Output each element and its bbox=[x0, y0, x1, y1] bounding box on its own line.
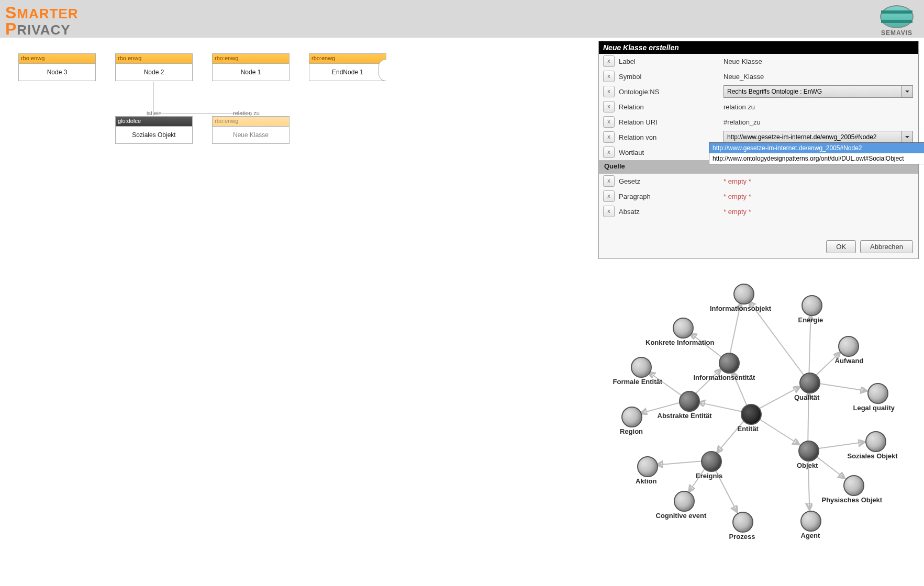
clear-field-button[interactable]: x bbox=[603, 116, 615, 128]
graph-node-label: Soziales Objekt bbox=[848, 452, 898, 460]
node-label: Node 2 bbox=[116, 64, 192, 81]
ontology-graph[interactable]: EntitätAbstrakte EntitätInformationsenti… bbox=[594, 267, 919, 581]
graph-node-ball-icon bbox=[679, 391, 700, 412]
field-value[interactable]: Neue_Klasse bbox=[723, 73, 918, 81]
source-row-absatz: xAbsatz* empty * bbox=[599, 204, 918, 219]
graph-node-ball-icon bbox=[865, 431, 886, 452]
graph-node-ball-icon bbox=[673, 318, 694, 339]
graph-node-ball-icon bbox=[798, 441, 819, 461]
graph-node-ball-icon bbox=[637, 456, 658, 477]
canvas-node-node1[interactable]: rbo:enwgNode 1 bbox=[212, 53, 290, 81]
graph-node-prozess[interactable] bbox=[732, 512, 753, 533]
graph-node-abstrakte[interactable] bbox=[679, 391, 700, 412]
semavis-disc-icon bbox=[880, 5, 914, 28]
node-namespace: rbo:enwg bbox=[213, 54, 289, 64]
field-value[interactable]: Neue Klasse bbox=[723, 58, 918, 65]
canvas-node-node3[interactable]: rbo:enwgNode 3 bbox=[18, 53, 96, 81]
graph-node-konkrete[interactable] bbox=[673, 318, 694, 339]
graph-node-ball-icon bbox=[719, 353, 740, 374]
clear-field-button[interactable]: x bbox=[603, 55, 615, 67]
graph-node-label: Informationsobjekt bbox=[710, 305, 771, 312]
graph-node-physisch[interactable] bbox=[843, 475, 864, 496]
graph-node-label: Entität bbox=[738, 425, 759, 433]
svg-line-16 bbox=[749, 301, 809, 382]
graph-node-aufwand[interactable] bbox=[838, 336, 859, 357]
clear-field-button[interactable]: x bbox=[603, 190, 615, 202]
chevron-down-icon[interactable] bbox=[901, 86, 912, 97]
clear-field-button[interactable]: x bbox=[603, 131, 615, 143]
chevron-down-icon[interactable] bbox=[901, 131, 912, 143]
canvas-node-endnode1[interactable]: rbo:enwgEndNode 1 bbox=[309, 53, 386, 81]
graph-node-label: Energie bbox=[798, 316, 823, 324]
graph-node-soziales[interactable] bbox=[865, 431, 886, 452]
node-label: Node 1 bbox=[213, 64, 289, 81]
graph-node-agent[interactable] bbox=[800, 511, 821, 532]
relation-von-dropdown-list[interactable]: http://www.gesetze-im-internet.de/enwg_2… bbox=[709, 142, 924, 164]
graph-node-qualitaet[interactable] bbox=[799, 373, 820, 393]
graph-node-infoent[interactable] bbox=[719, 353, 740, 374]
canvas-node-node2[interactable]: rbo:enwgNode 2 bbox=[115, 53, 193, 81]
clear-field-button[interactable]: x bbox=[603, 86, 615, 97]
field-label: Absatz bbox=[619, 208, 723, 216]
graph-node-formale[interactable] bbox=[631, 357, 652, 378]
field-value-empty[interactable]: * empty * bbox=[723, 208, 918, 216]
form-row-symbol: xSymbolNeue_Klasse bbox=[599, 69, 918, 84]
field-label: Symbol bbox=[619, 73, 723, 81]
graph-node-legal[interactable] bbox=[867, 383, 888, 404]
select-value: http://www.gesetze-im-internet.de/enwg_2… bbox=[727, 133, 877, 141]
node-namespace: glo:dolce bbox=[116, 117, 192, 127]
diagram-canvas[interactable]: rbo:enwgNode 3rbo:enwgNode 2rbo:enwgNode… bbox=[0, 38, 602, 289]
clear-field-button[interactable]: x bbox=[603, 206, 615, 217]
ok-button[interactable]: OK bbox=[826, 240, 856, 253]
graph-node-energie[interactable] bbox=[801, 295, 822, 316]
logo-semavis: SEMAVIS bbox=[880, 5, 914, 37]
node-label: Node 3 bbox=[19, 64, 95, 81]
svg-line-13 bbox=[809, 315, 810, 382]
graph-node-label: Formale Entität bbox=[613, 378, 663, 386]
node-namespace: rbo:enwg bbox=[213, 117, 289, 127]
field-value[interactable]: relation zu bbox=[723, 103, 918, 111]
canvas-node-soziales[interactable]: glo:dolceSoziales Objekt bbox=[115, 116, 193, 144]
select-relation-von[interactable]: http://www.gesetze-im-internet.de/enwg_2… bbox=[723, 131, 913, 143]
graph-node-ereignis[interactable] bbox=[701, 451, 722, 472]
field-value[interactable]: #relation_zu bbox=[723, 118, 918, 126]
graph-node-ball-icon bbox=[631, 357, 652, 378]
graph-node-label: Legal quality bbox=[853, 404, 895, 412]
graph-node-ball-icon bbox=[741, 404, 762, 425]
canvas-node-neueklasse[interactable]: rbo:enwgNeue Klasse bbox=[212, 116, 290, 144]
clear-field-button[interactable]: x bbox=[603, 175, 615, 187]
select-ontologie-ns[interactable]: Rechts Begriffs Ontologie : EnWG bbox=[723, 85, 913, 98]
field-label: Gesetz bbox=[619, 177, 723, 185]
cancel-button[interactable]: Abbrechen bbox=[860, 240, 913, 253]
graph-node-label: Region bbox=[620, 427, 643, 435]
select-value: Rechts Begriffs Ontologie : EnWG bbox=[727, 88, 822, 95]
logo-text: RIVACY bbox=[17, 22, 70, 38]
field-value-empty[interactable]: * empty * bbox=[723, 193, 918, 200]
edge-label: relation zu bbox=[233, 110, 260, 116]
edge-label: ist ein bbox=[147, 110, 162, 116]
graph-node-infoobj[interactable] bbox=[733, 284, 754, 305]
graph-node-label: Physisches Objekt bbox=[822, 496, 883, 504]
graph-node-label: Konkrete Information bbox=[645, 339, 714, 346]
clear-field-button[interactable]: x bbox=[603, 146, 615, 158]
graph-node-cognitive[interactable] bbox=[674, 491, 695, 512]
form-row-relation: xRelationrelation zu bbox=[599, 99, 918, 115]
dropdown-option[interactable]: http://www.gesetze-im-internet.de/enwg_2… bbox=[709, 143, 924, 153]
graph-node-entitaet[interactable] bbox=[741, 404, 762, 425]
field-value-empty[interactable]: * empty * bbox=[723, 177, 918, 185]
graph-node-aktion[interactable] bbox=[637, 456, 658, 477]
graph-node-ball-icon bbox=[701, 451, 722, 472]
graph-node-region[interactable] bbox=[621, 407, 642, 427]
graph-node-ball-icon bbox=[867, 383, 888, 404]
graph-node-label: Abstrakte Entität bbox=[658, 412, 712, 420]
graph-node-label: Aufwand bbox=[835, 357, 864, 365]
graph-node-objekt[interactable] bbox=[798, 441, 819, 461]
graph-node-ball-icon bbox=[800, 511, 821, 532]
clear-field-button[interactable]: x bbox=[603, 101, 615, 112]
node-namespace: rbo:enwg bbox=[116, 54, 192, 64]
graph-node-label: Prozess bbox=[729, 533, 755, 540]
field-label: Wortlaut bbox=[619, 149, 723, 156]
clear-field-button[interactable]: x bbox=[603, 71, 615, 82]
logo-smarter-privacy: SMARTER PRIVACY bbox=[5, 3, 79, 39]
dropdown-option[interactable]: http://www.ontologydesignpatterns.org/on… bbox=[709, 153, 924, 164]
